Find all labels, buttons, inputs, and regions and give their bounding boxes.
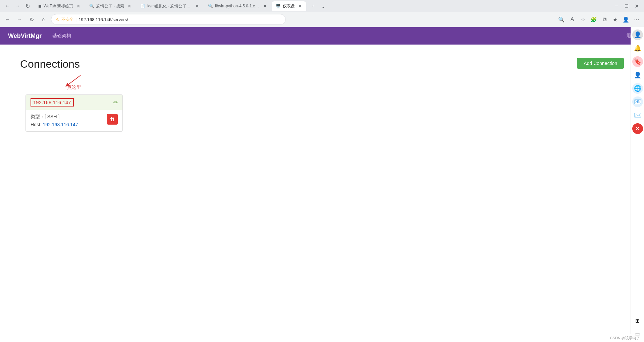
wetab-close[interactable]: ✕	[76, 3, 80, 9]
add-connection-button[interactable]: Add Connection	[577, 58, 624, 69]
minimize-button[interactable]: −	[612, 1, 621, 11]
ext-grid-icon[interactable]: ⊞	[632, 315, 643, 326]
card-host: Host: 192.168.116.147	[31, 122, 78, 127]
tab-list-button[interactable]: ⌄	[318, 1, 328, 11]
account-btn[interactable]: 👤	[621, 15, 631, 24]
refresh-button[interactable]: ↻	[23, 1, 32, 11]
card-header: 192.168.116.147 ✏	[26, 95, 122, 110]
reader-mode-btn[interactable]: A	[568, 15, 577, 24]
dashboard-favicon: 🖥️	[276, 4, 281, 8]
tab-dashboard[interactable]: 🖥️ 仪表盘 ✕	[272, 1, 306, 11]
page-title: Connections	[20, 58, 80, 70]
libvirt-close[interactable]: ✕	[263, 3, 267, 9]
host-label: Host:	[31, 122, 42, 127]
split-screen-btn[interactable]: ⧉	[600, 15, 609, 24]
wetab-favicon: ◼	[38, 4, 42, 8]
tab-libvirt[interactable]: 🔍 libvirt-python-4.5.0-1.el7.x86_6- ✕	[204, 1, 271, 11]
type-label: 类型：	[31, 114, 45, 119]
search-tab-label: 忘情公子 - 搜索	[96, 3, 124, 9]
ext-close-icon[interactable]: ✕	[632, 123, 643, 134]
card-ip-link[interactable]: 192.168.116.147	[31, 98, 74, 107]
maximize-button[interactable]: □	[622, 1, 631, 11]
extensions-btn[interactable]: 🧩	[589, 15, 598, 24]
type-value: [ SSH ]	[45, 114, 59, 119]
tab-search[interactable]: 🔍 忘情公子 - 搜索 ✕	[85, 1, 136, 11]
ext-bookmark-icon[interactable]: 🔖	[632, 56, 643, 67]
dashboard-label: 仪表盘	[283, 3, 295, 9]
ext-person-icon[interactable]: 👤	[632, 70, 643, 80]
kvm-close[interactable]: ✕	[195, 3, 199, 9]
back-btn[interactable]: ←	[3, 15, 12, 24]
back-button[interactable]: ←	[3, 1, 12, 11]
ext-profile-icon[interactable]: 👤	[632, 29, 643, 40]
toolbar-icons: 🔍 A ☆ 🧩 ⧉ ★ 👤 ⋯	[557, 15, 641, 24]
tab-kvm[interactable]: 📄 kvm虚拟化 - 忘情公子的博客 ✕	[136, 1, 203, 11]
search-tab-favicon: 🔍	[89, 4, 94, 8]
address-bar[interactable]: ⚠ 不安全 | 192.168.116.146/servers/	[51, 14, 286, 25]
connection-card: 192.168.116.147 ✏ 类型：[ SSH ] Host: 192.1…	[25, 94, 123, 132]
bottom-bar-text: CSDN @该学习了	[610, 336, 640, 340]
main-content: Connections Add Connection 点这里 192.168.1…	[0, 45, 644, 313]
libvirt-favicon: 🔍	[208, 4, 213, 8]
ext-send-icon[interactable]: ✉️	[632, 110, 643, 121]
nav-infrastructure[interactable]: 基础架构	[52, 33, 71, 39]
kvm-favicon: 📄	[140, 4, 145, 8]
tab-wetab[interactable]: ◼ WeTab 新标签页 ✕	[34, 1, 85, 11]
forward-btn[interactable]: →	[15, 15, 24, 24]
home-btn[interactable]: ⌂	[39, 15, 48, 24]
libvirt-label: libvirt-python-4.5.0-1.el7.x86_6-	[215, 4, 260, 8]
search-icon-btn[interactable]: 🔍	[557, 15, 566, 24]
annotation-area: 点这里	[20, 84, 624, 93]
page-header: Connections Add Connection	[20, 58, 624, 76]
card-type: 类型：[ SSH ]	[31, 114, 78, 120]
tab-bar: ← → ↻ ◼ WeTab 新标签页 ✕ 🔍 忘情公子 - 搜索 ✕ 📄 kvm…	[0, 0, 644, 12]
ext-globe-icon[interactable]: 🌐	[632, 83, 643, 94]
security-warning-icon: ⚠	[55, 17, 59, 22]
bottom-bar: CSDN @该学习了	[606, 334, 644, 342]
kvm-label: kvm虚拟化 - 忘情公子的博客	[147, 3, 192, 9]
app-brand: WebVirtMgr	[8, 32, 42, 40]
svg-line-0	[67, 75, 80, 85]
app-nav: WebVirtMgr 基础架构 退出	[0, 27, 644, 45]
dashboard-close[interactable]: ✕	[298, 3, 302, 9]
security-label: 不安全	[61, 17, 73, 22]
delete-button[interactable]: 🗑	[107, 114, 118, 125]
host-link[interactable]: 192.168.116.147	[43, 122, 78, 127]
bookmark-star-btn[interactable]: ☆	[578, 15, 588, 24]
annotation-arrow-svg	[60, 74, 87, 87]
reload-btn[interactable]: ↻	[27, 15, 36, 24]
ext-bell-icon[interactable]: 🔔	[632, 43, 643, 54]
ext-office-icon[interactable]: 📧	[632, 96, 643, 107]
more-btn[interactable]: ⋯	[632, 15, 641, 24]
search-tab-close[interactable]: ✕	[127, 3, 131, 9]
right-sidebar: 👤 🔔 🔖 👤 🌐 📧 ✉️ ✕ ⊞ ▭	[631, 27, 644, 342]
url-display: 192.168.116.146/servers/	[78, 17, 128, 22]
browser-chrome: ← → ↻ ◼ WeTab 新标签页 ✕ 🔍 忘情公子 - 搜索 ✕ 📄 kvm…	[0, 0, 644, 27]
close-window-button[interactable]: ✕	[632, 1, 641, 11]
card-body: 类型：[ SSH ] Host: 192.168.116.147 🗑	[26, 110, 122, 131]
url-separator: |	[75, 17, 76, 22]
forward-button[interactable]: →	[13, 1, 22, 11]
new-tab-button[interactable]: +	[308, 1, 318, 11]
card-info: 类型：[ SSH ] Host: 192.168.116.147	[31, 114, 78, 127]
favorites-btn[interactable]: ★	[610, 15, 620, 24]
wetab-label: WeTab 新标签页	[44, 3, 73, 9]
address-bar-row: ← → ↻ ⌂ ⚠ 不安全 | 192.168.116.146/servers/…	[0, 12, 644, 27]
edit-icon[interactable]: ✏	[113, 99, 118, 106]
